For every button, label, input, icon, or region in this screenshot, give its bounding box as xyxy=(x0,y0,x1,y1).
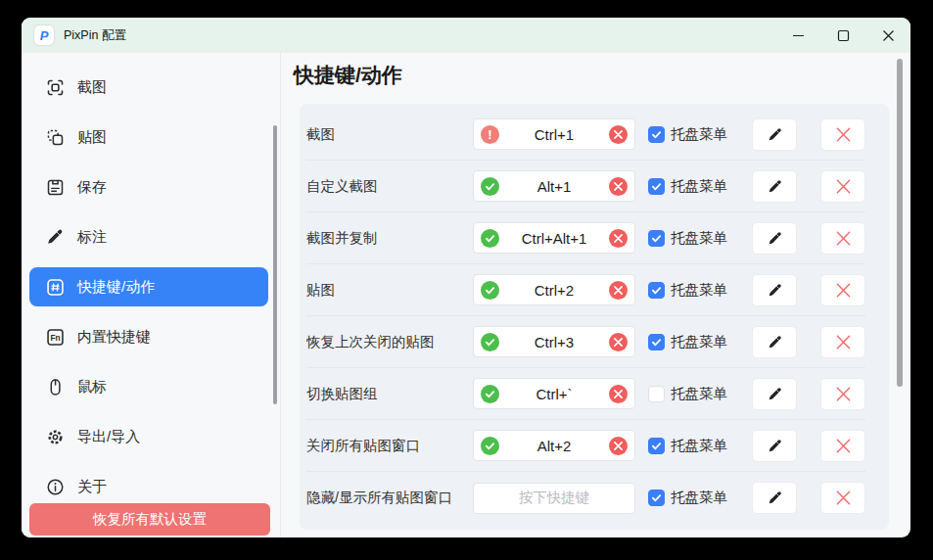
edit-hotkey-button[interactable] xyxy=(752,170,797,203)
sidebar-item-save[interactable]: 保存 xyxy=(29,167,268,207)
hotkey-input[interactable]: Ctrl+Alt+1 xyxy=(473,222,635,254)
hotkey-clear-icon[interactable] xyxy=(609,229,628,248)
tray-menu-checkbox[interactable] xyxy=(648,230,665,247)
edit-hotkey-button[interactable] xyxy=(752,378,797,410)
pixpin-config-window: P PixPin 配置 截图 贴图 保存 标注 快捷键/动作 Fn xyxy=(22,18,910,537)
edit-hotkey-button[interactable] xyxy=(752,118,797,151)
reset-defaults-button[interactable]: 恢复所有默认设置 xyxy=(29,503,270,536)
hotkey-value: 按下快捷键 xyxy=(499,489,609,507)
pencil-icon xyxy=(767,230,783,247)
hotkey-row-label: 隐藏/显示所有贴图窗口 xyxy=(306,489,473,507)
hotkey-row: 恢复上次关闭的贴图 Ctrl+3 托盘菜单 xyxy=(306,316,865,368)
pencil-icon xyxy=(767,126,783,143)
hotkey-value: Ctrl+Alt+1 xyxy=(499,230,609,247)
delete-hotkey-button[interactable] xyxy=(820,482,865,514)
hotkey-row: 切换贴图组 Ctrl+` 托盘菜单 xyxy=(306,368,865,420)
hash-icon xyxy=(44,276,66,298)
pencil-icon xyxy=(767,386,783,402)
sidebar-item-label: 保存 xyxy=(77,178,107,197)
sidebar-item-mouse[interactable]: 鼠标 xyxy=(29,367,268,406)
pixpin-logo-icon: P xyxy=(34,25,54,45)
maximize-button[interactable] xyxy=(820,18,865,53)
hotkey-input[interactable]: Alt+1 xyxy=(473,170,635,202)
content-scrollbar-thumb[interactable] xyxy=(897,59,903,387)
sidebar-item-label: 贴图 xyxy=(77,128,107,147)
hotkey-input[interactable]: ! Ctrl+1 xyxy=(473,118,635,150)
edit-hotkey-button[interactable] xyxy=(752,430,797,462)
delete-hotkey-button[interactable] xyxy=(820,118,865,151)
tray-menu-checkbox[interactable] xyxy=(648,438,665,454)
svg-text:Fn: Fn xyxy=(50,332,60,342)
delete-hotkey-button[interactable] xyxy=(820,274,865,306)
sidebar-item-annotate[interactable]: 标注 xyxy=(29,217,268,257)
hotkey-clear-icon[interactable] xyxy=(609,125,628,144)
maximize-icon xyxy=(837,29,850,42)
hotkey-status-icon xyxy=(481,281,499,300)
pin-image-icon xyxy=(44,126,66,148)
hotkey-input[interactable]: Ctrl+2 xyxy=(473,274,635,305)
pencil-icon xyxy=(44,226,66,248)
hotkey-row-label: 切换贴图组 xyxy=(306,385,473,403)
hotkey-input[interactable]: Ctrl+3 xyxy=(473,326,635,357)
hotkey-status-icon xyxy=(481,385,499,403)
sidebar-item-label: 标注 xyxy=(77,228,107,247)
pencil-icon xyxy=(767,490,783,506)
delete-hotkey-button[interactable] xyxy=(820,326,865,358)
sidebar-item-export[interactable]: 导出/导入 xyxy=(29,417,268,456)
tray-menu-checkbox[interactable] xyxy=(648,490,665,506)
page-title: 快捷键/动作 xyxy=(294,62,910,89)
hotkey-clear-icon[interactable] xyxy=(609,333,628,351)
delete-hotkey-button[interactable] xyxy=(820,430,865,462)
hotkey-clear-icon[interactable] xyxy=(609,437,628,455)
edit-hotkey-button[interactable] xyxy=(752,326,797,358)
tray-menu-checkbox[interactable] xyxy=(648,334,665,350)
titlebar: P PixPin 配置 xyxy=(22,18,910,53)
tray-menu-checkbox[interactable] xyxy=(648,386,665,402)
minimize-button[interactable] xyxy=(775,18,820,53)
tray-menu-checkbox[interactable] xyxy=(648,178,665,195)
sidebar-item-label: 快捷键/动作 xyxy=(77,278,155,297)
pencil-icon xyxy=(767,438,783,454)
sidebar-item-screenshot[interactable]: 截图 xyxy=(29,68,268,107)
check-icon xyxy=(651,337,662,348)
sidebar-item-label: 截图 xyxy=(77,78,107,97)
hotkey-row: 关闭所有贴图窗口 Alt+2 托盘菜单 xyxy=(306,420,865,472)
tray-menu-label: 托盘菜单 xyxy=(671,385,727,403)
minimize-icon xyxy=(792,29,805,42)
edit-hotkey-button[interactable] xyxy=(752,274,797,306)
delete-hotkey-button[interactable] xyxy=(820,170,865,203)
tray-menu-checkbox[interactable] xyxy=(648,282,665,299)
check-icon xyxy=(651,492,662,503)
screenshot-icon xyxy=(44,76,66,98)
hotkey-row-label: 恢复上次关闭的贴图 xyxy=(306,333,473,351)
hotkey-clear-icon[interactable] xyxy=(609,385,628,403)
sidebar-item-builtin[interactable]: Fn 内置快捷键 xyxy=(29,317,268,356)
hotkey-status-icon xyxy=(481,333,499,351)
tray-menu-label: 托盘菜单 xyxy=(671,489,727,507)
edit-hotkey-button[interactable] xyxy=(752,222,797,255)
hotkey-input[interactable]: 按下快捷键 xyxy=(473,483,635,514)
delete-hotkey-button[interactable] xyxy=(820,222,865,255)
window-body: 截图 贴图 保存 标注 快捷键/动作 Fn 内置快捷键 鼠标 导出/导入 关于 … xyxy=(22,53,910,537)
edit-hotkey-button[interactable] xyxy=(752,482,797,514)
hotkey-row-label: 截图并复制 xyxy=(306,229,473,248)
sidebar-item-about[interactable]: 关于 xyxy=(29,467,268,506)
pencil-icon xyxy=(767,178,783,195)
sidebar-item-pin[interactable]: 贴图 xyxy=(29,117,268,157)
hotkey-row-label: 截图 xyxy=(306,125,473,144)
close-button[interactable] xyxy=(865,18,910,53)
window-title: PixPin 配置 xyxy=(64,27,126,44)
hotkey-input[interactable]: Alt+2 xyxy=(473,430,635,461)
hotkey-status-icon: ! xyxy=(481,125,499,144)
hotkey-row: 贴图 Ctrl+2 托盘菜单 xyxy=(306,264,865,316)
hotkey-clear-icon[interactable] xyxy=(609,177,628,196)
hotkey-input[interactable]: Ctrl+` xyxy=(473,378,635,409)
delete-hotkey-button[interactable] xyxy=(820,378,865,410)
hotkey-clear-icon[interactable] xyxy=(609,281,628,300)
sidebar-scrollbar-thumb[interactable] xyxy=(273,125,277,404)
sidebar-item-hotkeys[interactable]: 快捷键/动作 xyxy=(29,267,268,306)
tray-menu-checkbox[interactable] xyxy=(648,126,665,143)
pencil-icon xyxy=(767,282,783,299)
delete-x-icon xyxy=(835,126,852,143)
hotkey-row: 自定义截图 Alt+1 托盘菜单 xyxy=(306,161,865,212)
